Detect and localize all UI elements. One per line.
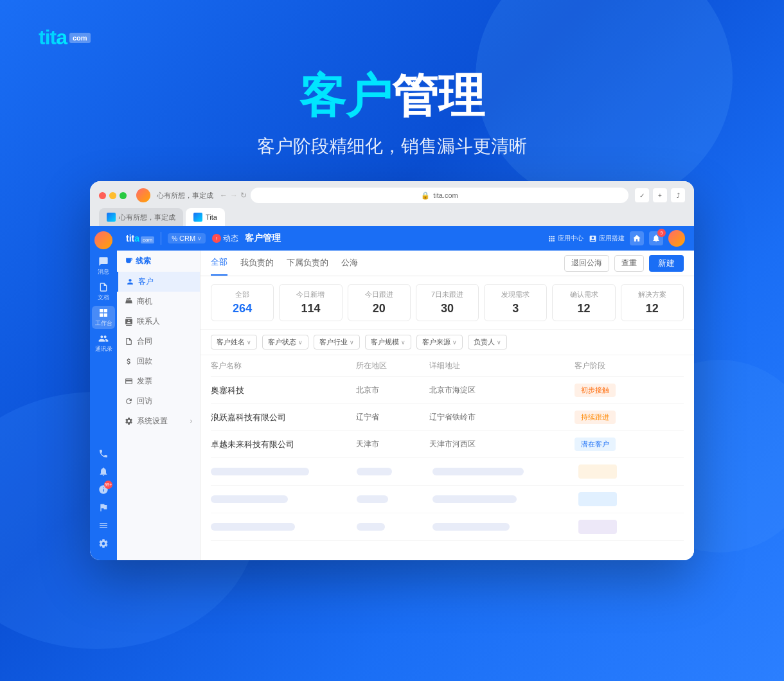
filter-source-arrow: ∨ xyxy=(452,339,457,346)
second-nav-header[interactable]: 线索 xyxy=(117,251,200,272)
second-nav-contract[interactable]: 合同 xyxy=(117,332,200,351)
nav-messages[interactable]: 消息 xyxy=(92,254,115,278)
stat-discover-value: 3 xyxy=(492,302,539,315)
row3-stage-badge: 潜在客户 xyxy=(575,438,616,451)
second-nav-payment-label: 回款 xyxy=(137,356,152,367)
stat-today-follow[interactable]: 今日跟进 20 xyxy=(348,284,411,321)
filter-owner-label: 负责人 xyxy=(474,337,495,347)
tab-all[interactable]: 全部 xyxy=(211,251,227,276)
filter-owner-arrow: ∨ xyxy=(497,339,501,346)
table-header: 客户名称 所在地区 详细地址 客户阶段 xyxy=(211,355,684,377)
tab-inactive[interactable]: 心有所想，事定成 xyxy=(99,208,183,226)
second-nav-customer[interactable]: 客户 xyxy=(117,272,200,292)
row2-name: 浪跃嘉科技有限公司 xyxy=(211,412,356,423)
filter-owner[interactable]: 负责人 ∨ xyxy=(468,335,507,349)
stat-solution[interactable]: 解决方案 12 xyxy=(621,284,684,321)
nav-bottom-icons: 99+ xyxy=(97,447,110,555)
second-nav-opportunity[interactable]: 商机 xyxy=(117,292,200,312)
browser-share-btn[interactable]: ⤴ xyxy=(671,188,685,202)
second-nav-invoice[interactable]: 发票 xyxy=(117,371,200,391)
nav-menu-icon[interactable] xyxy=(97,519,110,532)
stat-today-new-label: 今日新增 xyxy=(287,290,334,299)
tab-subordinate[interactable]: 下属负责的 xyxy=(287,251,328,276)
crm-badge[interactable]: % CRM ∨ xyxy=(168,233,206,243)
filter-industry-arrow: ∨ xyxy=(350,339,354,346)
second-nav-payment[interactable]: 回款 xyxy=(117,351,200,371)
nav-workspace[interactable]: 工作台 xyxy=(92,306,115,329)
home-icon-btn[interactable] xyxy=(630,231,644,245)
tab-inactive-label: 心有所想，事定成 xyxy=(119,213,175,222)
nav-flag-icon[interactable] xyxy=(97,501,110,514)
table-row[interactable]: 奥塞科技 北京市 北京市海淀区 初步接触 xyxy=(211,377,684,404)
nav-bell-icon[interactable] xyxy=(97,465,110,478)
filter-scale[interactable]: 客户规模 ∨ xyxy=(365,335,411,349)
app-layout: tita com % CRM ∨ ! 动态 客户管理 xyxy=(117,226,694,560)
stat-all-value: 264 xyxy=(219,302,265,315)
stat-confirm-label: 确认需求 xyxy=(560,290,607,299)
app-logo-text: tita xyxy=(126,233,139,243)
content-panel: 全部 我负责的 下属负责的 公海 退回公海 查重 新建 xyxy=(200,251,694,560)
stat-all[interactable]: 全部 264 xyxy=(211,284,274,321)
second-nav: 线索 客户 商机 联系人 xyxy=(117,251,200,560)
dynamic-badge[interactable]: ! 动态 xyxy=(212,233,238,244)
app-logo: tita com xyxy=(126,233,154,243)
browser-titlebar: 心有所想，事定成 ← → ↻ 🔒 tita.com ✓ + ⤴ xyxy=(99,188,685,203)
app-body: 线索 客户 商机 联系人 xyxy=(117,251,694,560)
browser-tabs: 心有所想，事定成 Tita xyxy=(99,208,685,226)
browser-chrome: 心有所想，事定成 ← → ↻ 🔒 tita.com ✓ + ⤴ xyxy=(90,181,694,226)
tab-active[interactable]: Tita xyxy=(186,208,225,226)
dedupe-btn[interactable]: 查重 xyxy=(614,255,644,272)
app-build-btn[interactable]: 应用搭建 xyxy=(589,234,625,243)
second-nav-contact-label: 联系人 xyxy=(137,316,160,327)
top-user-avatar[interactable] xyxy=(668,230,685,247)
traffic-light-green[interactable] xyxy=(120,192,127,199)
second-nav-contact[interactable]: 联系人 xyxy=(117,312,200,332)
nav-phone-icon[interactable] xyxy=(97,447,110,460)
browser-action-btn[interactable]: ✓ xyxy=(635,188,649,202)
tab-mine[interactable]: 我负责的 xyxy=(240,251,274,276)
filter-status[interactable]: 客户状态 ∨ xyxy=(262,335,308,349)
traffic-light-red[interactable] xyxy=(99,192,106,199)
app-build-label: 应用搭建 xyxy=(599,234,625,243)
row3-stage-cell: 潜在客户 xyxy=(575,438,684,451)
user-avatar[interactable] xyxy=(94,231,112,249)
app-center-btn[interactable]: 应用中心 xyxy=(548,234,584,243)
row2-stage-cell: 持续跟进 xyxy=(575,411,684,424)
settings-arrow: › xyxy=(190,418,192,425)
skeleton-row xyxy=(211,513,684,541)
return-btn[interactable]: 退回公海 xyxy=(564,255,609,272)
create-btn[interactable]: 新建 xyxy=(649,255,684,272)
filter-name-arrow: ∨ xyxy=(247,339,251,346)
traffic-light-yellow[interactable] xyxy=(109,192,116,199)
second-nav-opportunity-label: 商机 xyxy=(137,296,152,307)
second-nav-revisit[interactable]: 回访 xyxy=(117,391,200,411)
tab-public[interactable]: 公海 xyxy=(341,251,358,276)
filter-industry[interactable]: 客户行业 ∨ xyxy=(314,335,360,349)
stat-7day[interactable]: 7日未跟进 30 xyxy=(416,284,479,321)
filter-source[interactable]: 客户来源 ∨ xyxy=(416,335,463,349)
browser-profile-avatar xyxy=(136,188,150,202)
stat-discover[interactable]: 发现需求 3 xyxy=(484,284,547,321)
browser-address-bar[interactable]: 🔒 tita.com xyxy=(251,188,628,203)
tab-favicon-inactive xyxy=(107,213,116,222)
nav-contacts[interactable]: 通讯录 xyxy=(92,332,115,355)
filter-scale-arrow: ∨ xyxy=(401,339,405,346)
nav-settings-icon[interactable] xyxy=(97,537,110,550)
filter-name[interactable]: 客户姓名 ∨ xyxy=(211,335,257,349)
browser-add-btn[interactable]: + xyxy=(653,188,667,202)
stat-discover-label: 发现需求 xyxy=(492,290,539,299)
nav-documents[interactable]: 文档 xyxy=(92,280,115,303)
contacts-icon xyxy=(98,333,109,344)
crm-label: CRM xyxy=(179,234,195,242)
stat-today-new[interactable]: 今日新增 114 xyxy=(279,284,342,321)
stat-confirm[interactable]: 确认需求 12 xyxy=(552,284,615,321)
tab-actions: 退回公海 查重 新建 xyxy=(564,255,684,272)
second-nav-settings[interactable]: 系统设置 › xyxy=(117,411,200,431)
bell-badge: 9 xyxy=(657,229,666,237)
nav-documents-label: 文档 xyxy=(98,294,109,302)
table-row[interactable]: 浪跃嘉科技有限公司 辽宁省 辽宁省铁岭市 持续跟进 xyxy=(211,404,684,431)
hero-title-highlight: 客户 xyxy=(299,70,392,121)
table-row[interactable]: 卓越未来科技有限公司 天津市 天津市河西区 潜在客户 xyxy=(211,431,684,458)
app-logo-com: com xyxy=(141,236,154,243)
filter-scale-label: 客户规模 xyxy=(371,337,399,347)
